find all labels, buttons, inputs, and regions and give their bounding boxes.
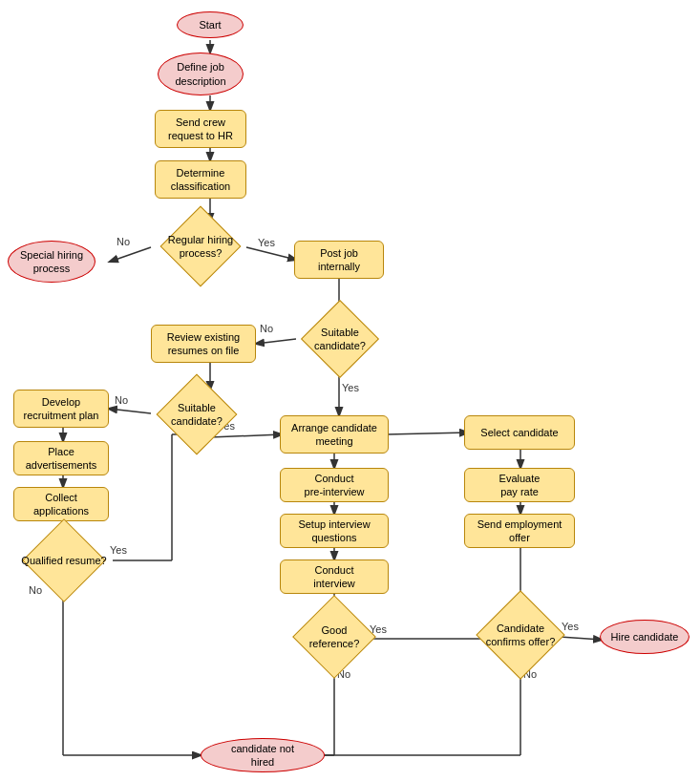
conduct-interview-node: Conductinterview [280,559,389,594]
regular-hiring-diamond: Regular hiringprocess? [148,218,253,275]
qualified-diamond: Qualified resume? [10,531,118,590]
setup-interview-node: Setup interviewquestions [280,514,389,548]
special-hiring-node: Special hiringprocess [8,241,95,283]
send-crew-label: Send crewrequest to HR [168,116,233,143]
send-offer-node: Send employmentoffer [464,514,575,548]
suitable1-label: Suitablecandidate? [314,326,366,353]
confirms-diamond: Candidateconfirms offer? [466,603,575,666]
collect-apps-node: Collectapplications [13,487,109,521]
no-label2: No [260,323,273,334]
suitable2-label: Suitablecandidate? [171,401,223,429]
evaluate-pay-node: Evaluatepay rate [464,468,575,502]
regular-hiring-label: Regular hiringprocess? [168,233,233,261]
svg-line-10 [109,409,151,413]
setup-interview-label: Setup interviewquestions [298,517,370,545]
collect-apps-label: Collectapplications [33,491,89,518]
develop-recruitment-node: Developrecruitment plan [13,390,109,428]
yes-label1: Yes [258,237,275,248]
develop-recruitment-label: Developrecruitment plan [24,395,99,423]
svg-line-34 [387,433,468,434]
select-candidate-label: Select candidate [480,426,558,439]
qualified-label: Qualified resume? [21,554,106,567]
suitable2-diamond: Suitablecandidate? [149,386,244,443]
yes-label2: Yes [342,382,359,393]
arrange-meeting-node: Arrange candidatemeeting [280,415,389,454]
conduct-interview-label: Conductinterview [313,563,354,591]
review-resumes-node: Review existingresumes on file [151,325,256,363]
post-job-node: Post jobinternally [294,241,384,279]
arrange-meeting-label: Arrange candidatemeeting [291,421,377,449]
send-offer-label: Send employmentoffer [477,517,562,545]
preinterview-node: Conductpre-interview [280,468,389,502]
good-reference-label: Goodreference? [309,623,360,651]
preinterview-label: Conductpre-interview [305,472,365,499]
not-hired-node: candidate nothired [201,738,325,772]
special-hiring-label: Special hiringprocess [20,248,83,276]
define-job-node: Define jobdescription [158,53,244,95]
determine-label: Determineclassification [171,166,230,194]
place-ads-label: Placeadvertisements [26,445,97,473]
determine-node: Determineclassification [155,160,246,199]
suitable1-diamond: Suitablecandidate? [294,311,386,367]
review-resumes-label: Review existingresumes on file [167,330,240,358]
not-hired-label: candidate nothired [231,742,294,770]
svg-line-5 [246,247,296,260]
define-job-label: Define jobdescription [175,60,225,88]
svg-line-4 [110,247,151,262]
good-reference-diamond: Goodreference? [282,607,387,666]
start-label: Start [199,18,221,32]
no-label3: No [115,394,128,406]
place-ads-node: Placeadvertisements [13,441,109,475]
start-node: Start [177,11,244,38]
hire-candidate-node: Hire candidate [600,620,689,654]
select-candidate-node: Select candidate [464,415,575,450]
hire-candidate-label: Hire candidate [611,630,679,644]
no-label1: No [117,236,130,247]
svg-line-7 [256,339,296,344]
confirms-label: Candidateconfirms offer? [486,622,556,649]
post-job-label: Post jobinternally [318,246,360,274]
send-crew-node: Send crewrequest to HR [155,110,246,148]
evaluate-pay-label: Evaluatepay rate [499,472,541,499]
